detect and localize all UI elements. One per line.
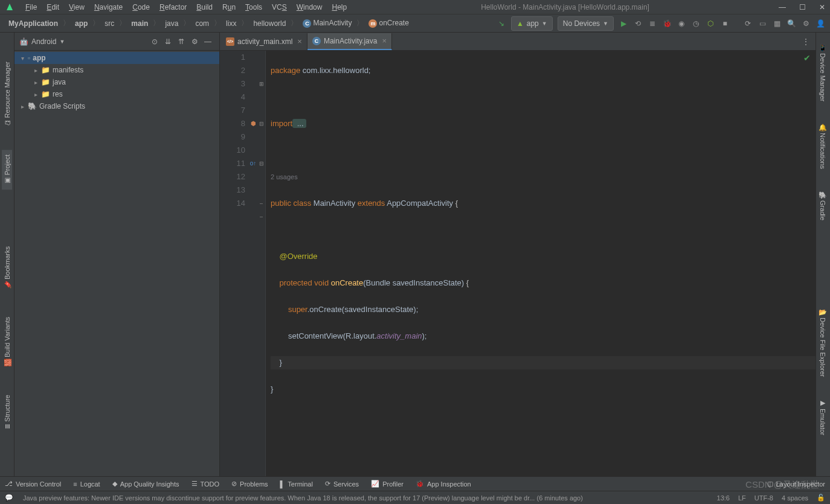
tool-resource-manager[interactable]: 🗂 Resource Manager bbox=[2, 57, 12, 132]
crumb-4[interactable]: java bbox=[162, 18, 181, 29]
run-button[interactable]: ▶ bbox=[616, 16, 631, 31]
menu-edit[interactable]: Edit bbox=[42, 3, 64, 11]
project-view-label: Android bbox=[31, 37, 56, 46]
right-tool-strip: 📱 Device Manager 🔔 Notifications 🐘 Gradl… bbox=[816, 33, 830, 476]
maximize-button[interactable]: ☐ bbox=[799, 3, 806, 11]
project-view-selector[interactable]: 🤖 Android ▼ bbox=[19, 37, 65, 46]
tool-logcat[interactable]: ≡ Logcat bbox=[73, 480, 100, 488]
run-config-selector[interactable]: ▲ app ▼ bbox=[511, 16, 553, 31]
crumb-7[interactable]: helloworld bbox=[251, 18, 288, 29]
line-separator[interactable]: LF bbox=[738, 494, 746, 502]
settings-button[interactable]: ⚙ bbox=[799, 16, 813, 31]
build-hammer-icon[interactable]: ↘ bbox=[494, 16, 509, 31]
tool-build-variants[interactable]: 🧱 Build Variants bbox=[2, 312, 12, 372]
line-number-gutter: 1234 78 91011 121314 bbox=[220, 51, 249, 476]
crumb-9[interactable]: monCreate bbox=[366, 18, 411, 29]
crumb-2[interactable]: src bbox=[102, 18, 117, 29]
window-title: HelloWorld - MainActivity.java [HelloWor… bbox=[352, 3, 779, 11]
close-button[interactable]: ✕ bbox=[819, 3, 825, 11]
tool-emulator[interactable]: ▶ Emulator bbox=[818, 394, 828, 440]
editor-tab-main-activity[interactable]: C MainActivity.java × bbox=[307, 33, 392, 50]
project-collapse-all[interactable]: ⇈ bbox=[175, 35, 188, 48]
sync-gradle-button[interactable]: ⟳ bbox=[741, 16, 755, 31]
chevron-down-icon: ▼ bbox=[603, 21, 608, 27]
menu-navigate[interactable]: Navigate bbox=[89, 3, 127, 11]
menu-help[interactable]: Help bbox=[327, 3, 352, 11]
apply-changes-button[interactable]: ⟲ bbox=[631, 16, 645, 31]
apply-code-changes-button[interactable]: ≣ bbox=[645, 16, 660, 31]
tool-app-inspection[interactable]: 🐞 App Inspection bbox=[416, 480, 471, 488]
crumb-3[interactable]: main bbox=[129, 18, 150, 29]
tree-node-gradle-scripts[interactable]: ▸ 🐘 Gradle Scripts bbox=[14, 100, 219, 112]
project-hide-button[interactable]: — bbox=[201, 35, 214, 48]
crumb-1[interactable]: app bbox=[72, 18, 90, 29]
tool-profiler[interactable]: 📈 Profiler bbox=[371, 480, 404, 488]
tool-services[interactable]: ⟳ Services bbox=[325, 480, 359, 488]
crumb-0[interactable]: MyApplication bbox=[6, 18, 60, 29]
android-icon: ▲ bbox=[516, 19, 524, 28]
code-content[interactable]: package com.lixx.helloworld; import ... … bbox=[266, 51, 816, 476]
menu-run[interactable]: Run bbox=[217, 3, 240, 11]
menu-file[interactable]: File bbox=[21, 3, 42, 11]
minimize-button[interactable]: — bbox=[779, 3, 786, 11]
crumb-5[interactable]: com bbox=[193, 18, 211, 29]
tool-layout-inspector[interactable]: ▢ Layout Inspector bbox=[767, 480, 825, 488]
tab-more-button[interactable]: ⋮ bbox=[796, 37, 816, 46]
project-expand-all[interactable]: ⇊ bbox=[161, 35, 175, 48]
editor-tab-activity-main[interactable]: </> activity_main.xml × bbox=[221, 33, 307, 50]
profile-button[interactable]: ◷ bbox=[689, 16, 703, 31]
stop-button[interactable]: ■ bbox=[718, 16, 732, 31]
attach-debugger-button[interactable]: ⬡ bbox=[703, 16, 718, 31]
close-tab-icon[interactable]: × bbox=[295, 37, 302, 46]
close-tab-icon[interactable]: × bbox=[380, 36, 387, 45]
indent-setting[interactable]: 4 spaces bbox=[782, 494, 808, 502]
project-select-opened-file[interactable]: ⊙ bbox=[148, 35, 161, 48]
file-encoding[interactable]: UTF-8 bbox=[754, 494, 773, 502]
chevron-right-icon: ▸ bbox=[33, 91, 39, 98]
status-message[interactable]: Java preview features: Newer IDE version… bbox=[23, 494, 709, 502]
tool-problems[interactable]: ⊘ Problems bbox=[231, 480, 268, 488]
menu-vcs[interactable]: VCS bbox=[267, 3, 292, 11]
code-editor[interactable]: ✔ 1234 78 91011 121314 ⬢ o↑ ⊞ ⊟⊟ –– pack… bbox=[220, 51, 816, 476]
tool-terminal[interactable]: ▌ Terminal bbox=[280, 480, 313, 488]
coverage-button[interactable]: ◉ bbox=[674, 16, 689, 31]
crumb-6[interactable]: lixx bbox=[224, 18, 239, 29]
event-log-icon[interactable]: 💬 bbox=[5, 494, 14, 502]
editor-area: </> activity_main.xml × C MainActivity.j… bbox=[220, 33, 816, 476]
tool-structure[interactable]: ≣ Structure bbox=[2, 390, 12, 434]
avd-manager-button[interactable]: ▭ bbox=[755, 16, 770, 31]
menu-code[interactable]: Code bbox=[127, 3, 155, 11]
tool-device-file-explorer[interactable]: 📂 Device File Explorer bbox=[818, 303, 828, 381]
tool-gradle[interactable]: 🐘 Gradle bbox=[818, 186, 828, 225]
tool-todo[interactable]: ☰ TODO bbox=[191, 480, 220, 488]
menu-refactor[interactable]: Refactor bbox=[155, 3, 191, 11]
device-name: No Devices bbox=[563, 19, 600, 28]
search-everywhere-button[interactable]: 🔍 bbox=[784, 16, 799, 31]
tree-node-app[interactable]: ▾ ▫ app bbox=[14, 52, 219, 64]
caret-position[interactable]: 13:6 bbox=[717, 494, 730, 502]
tree-node-manifests[interactable]: ▸ 📁 manifests bbox=[14, 64, 219, 76]
device-selector[interactable]: No Devices ▼ bbox=[558, 16, 614, 31]
tree-node-java[interactable]: ▸ 📁 java bbox=[14, 76, 219, 88]
menu-view[interactable]: View bbox=[64, 3, 89, 11]
project-settings-button[interactable]: ⚙ bbox=[188, 35, 201, 48]
chevron-down-icon: ▼ bbox=[59, 39, 65, 45]
menu-window[interactable]: Window bbox=[292, 3, 327, 11]
tool-device-manager[interactable]: 📱 Device Manager bbox=[818, 39, 828, 106]
tool-app-quality[interactable]: ◆ App Quality Insights bbox=[112, 480, 179, 488]
tool-version-control[interactable]: ⎇ Version Control bbox=[5, 480, 61, 488]
tool-notifications[interactable]: 🔔 Notifications bbox=[818, 118, 828, 174]
tree-node-res[interactable]: ▸ 📁 res bbox=[14, 88, 219, 100]
read-only-toggle[interactable]: 🔓 bbox=[817, 494, 825, 502]
debug-button[interactable]: 🐞 bbox=[660, 16, 674, 31]
tool-bookmarks[interactable]: 🔖 Bookmarks bbox=[2, 241, 12, 294]
menu-build[interactable]: Build bbox=[191, 3, 217, 11]
crumb-8[interactable]: CMainActivity bbox=[300, 18, 354, 29]
user-button[interactable]: 👤 bbox=[813, 16, 828, 31]
folder-icon: 📁 bbox=[41, 66, 50, 74]
sdk-manager-button[interactable]: ▦ bbox=[770, 16, 784, 31]
java-class-icon: C bbox=[312, 37, 321, 45]
tool-project[interactable]: ▣ Project bbox=[2, 150, 12, 190]
fold-gutter[interactable]: ⊞ ⊟⊟ –– bbox=[257, 51, 266, 476]
menu-tools[interactable]: Tools bbox=[240, 3, 267, 11]
